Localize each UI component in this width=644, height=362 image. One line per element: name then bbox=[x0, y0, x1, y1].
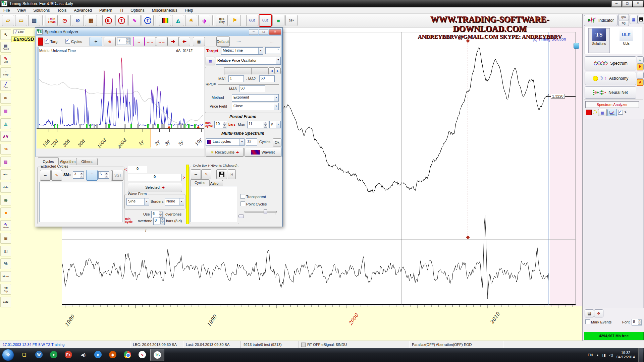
chart-corner-icon[interactable] bbox=[574, 43, 579, 49]
rail-tool-[interactable]: ◫ bbox=[0, 246, 11, 256]
overtones-spinner[interactable]: 6▲▼ bbox=[151, 211, 163, 218]
language-indicator[interactable]: EN bbox=[588, 353, 593, 357]
price-field-combo[interactable]: Close bbox=[232, 103, 279, 110]
taskbar-icon-chart-app[interactable]: ∿ bbox=[136, 349, 149, 360]
downloader-icon[interactable]: ▥ bbox=[28, 15, 40, 26]
shift-left-button[interactable]: ➜ bbox=[179, 37, 190, 46]
collapse-button[interactable] bbox=[238, 214, 244, 218]
menu-pattern[interactable]: Pattern bbox=[99, 8, 112, 13]
sun-icon[interactable]: ☀ bbox=[185, 15, 197, 26]
indicator-window-button[interactable]: ▦ bbox=[206, 57, 215, 65]
rail-tool-[interactable]: ■ bbox=[0, 207, 11, 218]
n-spinner[interactable]: 5▲▼ bbox=[98, 171, 109, 179]
tab-cycles[interactable]: Cycles bbox=[38, 157, 59, 165]
crosshair-button[interactable]: ✛ bbox=[90, 37, 102, 46]
indicator-button[interactable]: Indicator bbox=[584, 15, 618, 26]
sa-window-button[interactable]: ▦ bbox=[598, 109, 607, 116]
taskbar-icon-firefox[interactable]: Fx bbox=[62, 349, 75, 360]
panel-window-button[interactable]: ▦ bbox=[630, 15, 638, 24]
turbo-icon[interactable]: T bbox=[115, 15, 127, 26]
spectrum-plot[interactable] bbox=[37, 47, 204, 128]
cyclebox-save-button[interactable] bbox=[216, 169, 227, 179]
tray-expand-icon[interactable]: ▲ bbox=[596, 354, 599, 357]
target-color-swatch[interactable] bbox=[38, 38, 43, 46]
spectrum-scatter-button[interactable]: ∴ bbox=[637, 56, 644, 63]
spectrum-analyzer-dialog[interactable]: TS Spectrum Analyzer ─ ▢ ✕ Targ. Cycles … bbox=[35, 27, 283, 227]
star-field[interactable]: * bbox=[265, 47, 280, 54]
taskbar-icon-word-w[interactable]: W bbox=[32, 349, 46, 360]
menu-solutions[interactable]: Solutions bbox=[33, 8, 50, 13]
settings-button[interactable]: ▩ bbox=[193, 37, 205, 46]
bradley-icon[interactable]: Bra dley bbox=[216, 15, 228, 26]
ma3-field[interactable]: 50 bbox=[239, 85, 265, 92]
rail-tool-[interactable]: ▩ bbox=[0, 106, 11, 116]
cyclebox-h-button[interactable]: H bbox=[228, 169, 236, 179]
menu-options[interactable]: Options bbox=[130, 8, 144, 13]
opacity-slider[interactable] bbox=[245, 211, 277, 213]
tmin-tmax-icon[interactable]: Tmin Tmax bbox=[46, 15, 58, 26]
cycle-box-list[interactable] bbox=[190, 186, 237, 222]
line-tool-chip[interactable]: ╱ Line bbox=[13, 29, 25, 34]
sa-collapse-arrow[interactable]: < bbox=[624, 110, 627, 114]
default-button[interactable]: Defa ult bbox=[216, 37, 230, 47]
sa-chart-button[interactable] bbox=[607, 109, 617, 116]
max-cycle-spinner[interactable]: 11 ▲▼ bbox=[247, 121, 268, 128]
rail-tool-panel[interactable]: ▤Panel bbox=[0, 42, 11, 53]
cyclebox-tab-cycles[interactable]: Cycles bbox=[190, 179, 210, 186]
rail-tool-edit[interactable]: ✎Edit bbox=[0, 55, 11, 65]
sst-button[interactable]: SST bbox=[112, 170, 123, 181]
transparent-checkbox[interactable] bbox=[240, 194, 245, 199]
tab-scroll-right[interactable]: ▶ bbox=[275, 67, 281, 74]
rail-tool-[interactable]: ▣ bbox=[0, 233, 11, 244]
tray-display-icon[interactable]: ◨ bbox=[602, 353, 605, 357]
spinner-arrows[interactable]: ▲▼ bbox=[264, 122, 267, 128]
color-bars-icon[interactable] bbox=[159, 15, 171, 26]
zigzag-icon[interactable]: ∿ bbox=[128, 15, 141, 26]
rail-tool-abc[interactable]: abc bbox=[0, 169, 11, 180]
recalculate-button[interactable]: ☀ Recalculate ➜ bbox=[206, 148, 244, 157]
rail-tool-[interactable]: ∧∨ bbox=[0, 131, 11, 142]
point-cycles-checkbox[interactable] bbox=[240, 201, 245, 206]
rpo-tab-4[interactable] bbox=[251, 67, 269, 74]
spinner-arrows[interactable]: ▲▼ bbox=[638, 319, 642, 325]
taskbar-icon-app-orange[interactable]: ◆ bbox=[106, 349, 119, 360]
bell-curve-button[interactable]: ⌒ bbox=[86, 170, 98, 181]
spinner-arrows[interactable]: ▲▼ bbox=[80, 172, 84, 178]
spectrum-h-button[interactable]: H bbox=[637, 63, 644, 70]
cycles-count-field[interactable]: 12 bbox=[246, 138, 257, 146]
taskbar-icon-folder[interactable]: ❏ bbox=[17, 349, 31, 360]
full-range-button[interactable]: ↔ bbox=[133, 37, 145, 46]
rail-tool-wave[interactable]: ∿Wave bbox=[0, 220, 11, 231]
font-size-spinner[interactable]: 8▲▼ bbox=[632, 319, 642, 325]
taskbar-icon-internet-explorer[interactable]: e bbox=[91, 349, 105, 360]
ule-editor-icon[interactable]: ULE bbox=[259, 15, 271, 26]
sa-circle-icon[interactable] bbox=[593, 110, 597, 114]
rail-tool-[interactable]: % bbox=[0, 258, 11, 269]
menu-miscellaneous[interactable]: Miscellaneous bbox=[152, 8, 177, 13]
tab-scroll-left[interactable]: ◀ bbox=[269, 67, 275, 74]
rail-tool-date[interactable]: date bbox=[0, 182, 11, 193]
menu-tools[interactable]: Tools bbox=[57, 8, 67, 13]
remove-cycle-button[interactable]: ─ bbox=[40, 170, 51, 181]
rail-tool-[interactable]: ▨ bbox=[0, 157, 11, 167]
rail-tool-line[interactable]: ╱Line bbox=[0, 80, 11, 91]
peaks-count-spinner[interactable]: 7 ▲▼ bbox=[117, 38, 130, 45]
last-cycles-combo[interactable]: Last cycles bbox=[206, 138, 245, 146]
tray-volume-icon[interactable]: ◁) bbox=[609, 353, 613, 357]
astronomy-button[interactable]: ☽ ☿ Astronomy bbox=[585, 72, 636, 85]
sidebar-tool-button-2[interactable]: ❖ bbox=[594, 309, 603, 317]
spinner-arrows[interactable]: ▲▼ bbox=[223, 122, 226, 128]
time-tools-icon[interactable]: T bbox=[142, 15, 154, 26]
taskbar-icon-timing-solution[interactable]: TS bbox=[150, 349, 164, 361]
menu-view[interactable]: View bbox=[17, 8, 26, 13]
erase-cycle-button[interactable]: ✎ bbox=[51, 170, 62, 181]
waveform-combo[interactable]: Sine bbox=[126, 198, 149, 205]
zig-button[interactable]: zig bbox=[618, 20, 629, 26]
indicator-combo[interactable]: Relative Price Oscillator bbox=[216, 57, 281, 65]
cycle-value-1[interactable]: 0 bbox=[128, 166, 147, 173]
ok-button[interactable]: Ok bbox=[273, 138, 281, 146]
sidebar-tool-button-1[interactable]: ▤ bbox=[585, 309, 594, 317]
rail-tool-128[interactable]: 1.28 bbox=[0, 297, 11, 307]
astronomy-scatter-button[interactable]: ∴ bbox=[637, 72, 644, 79]
zoom-button[interactable]: ⊕ bbox=[104, 37, 116, 46]
